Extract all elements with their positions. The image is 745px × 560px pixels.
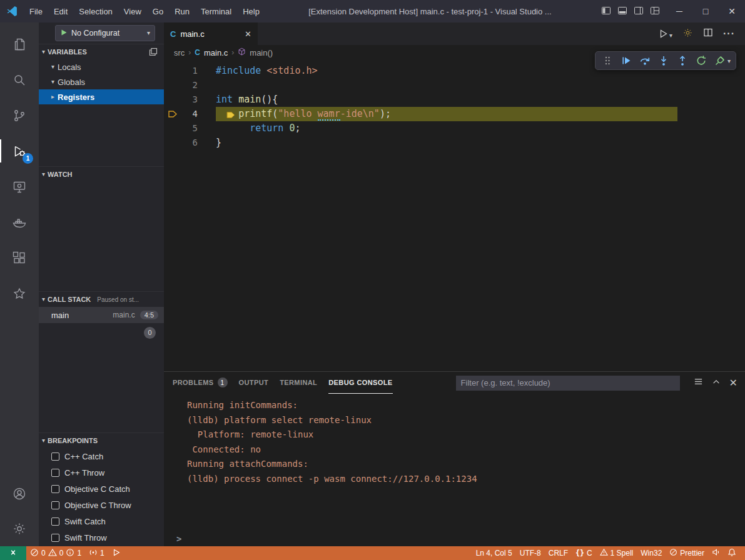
menu-view[interactable]: View: [118, 0, 147, 22]
extensions-icon[interactable]: [0, 240, 39, 276]
toggle-secondary-sidebar-icon[interactable]: [634, 6, 644, 18]
docker-icon[interactable]: [0, 204, 39, 240]
stack-frame-row[interactable]: main main.c 4:5: [39, 307, 164, 323]
variables-scope-locals[interactable]: ▾ Locals: [39, 59, 164, 74]
run-or-debug-icon[interactable]: ▾: [659, 29, 672, 39]
customize-layout-icon[interactable]: [650, 6, 660, 18]
info-icon: [66, 548, 74, 559]
menu-file[interactable]: File: [24, 0, 48, 22]
tab-problems[interactable]: PROBLEMS 1: [173, 372, 228, 394]
code-token: main: [238, 94, 261, 105]
encoding-indicator[interactable]: UTF-8: [516, 546, 545, 560]
platform-indicator[interactable]: Win32: [637, 546, 666, 560]
breakpoint-item[interactable]: C++ Throw: [39, 464, 164, 481]
breadcrumb-folder[interactable]: src: [174, 48, 185, 58]
restart-icon[interactable]: [692, 52, 710, 69]
variables-scope-globals[interactable]: ▾ Globals: [39, 74, 164, 89]
language-mode[interactable]: {} C: [572, 546, 596, 560]
start-debugging-icon[interactable]: [60, 29, 68, 38]
menu-edit[interactable]: Edit: [48, 0, 73, 22]
split-editor-icon[interactable]: [703, 28, 713, 40]
step-out-icon[interactable]: [674, 52, 691, 69]
breakpoint-checkbox[interactable]: [51, 485, 59, 493]
breakpoint-item[interactable]: Swift Throw: [39, 529, 164, 546]
remote-indicator[interactable]: [0, 546, 26, 560]
breakpoint-checkbox[interactable]: [51, 518, 59, 526]
toolchain-settings-icon[interactable]: [682, 28, 693, 41]
maximize-button[interactable]: □: [692, 0, 719, 22]
chevron-down-icon[interactable]: ▾: [727, 58, 732, 64]
code-token: (){: [261, 94, 278, 105]
tab-terminal[interactable]: TERMINAL: [280, 372, 317, 394]
menu-go[interactable]: Go: [147, 0, 169, 22]
ports-status[interactable]: 1: [85, 546, 108, 560]
breakpoint-item[interactable]: C++ Catch: [39, 448, 164, 464]
breadcrumb-file[interactable]: main.c: [204, 48, 228, 58]
collapse-all-icon[interactable]: [694, 377, 703, 389]
console-filter-input[interactable]: [456, 376, 680, 391]
layout-controls: [595, 6, 666, 18]
run-and-debug-icon[interactable]: 1: [0, 133, 39, 169]
breadcrumb-symbol[interactable]: main(): [250, 48, 273, 58]
menu-help[interactable]: Help: [237, 0, 265, 22]
accounts-icon[interactable]: [0, 476, 39, 511]
minimize-button[interactable]: ─: [666, 0, 692, 22]
code-line[interactable]: 6}: [164, 136, 745, 150]
formatter-status[interactable]: Prettier: [666, 546, 708, 560]
menu-terminal[interactable]: Terminal: [195, 0, 237, 22]
code-line[interactable]: 4 printf("hello wamr-ide\n");: [164, 107, 745, 121]
code-editor[interactable]: 1#include <stdio.h>23int main(){4 printf…: [164, 60, 745, 371]
debug-console-input[interactable]: >: [164, 531, 745, 546]
step-into-icon[interactable]: [655, 52, 672, 69]
menu-run[interactable]: Run: [169, 0, 195, 22]
breakpoint-checkbox[interactable]: [51, 501, 59, 509]
tab-main-c[interactable]: C main.c ✕: [164, 22, 258, 45]
close-panel-icon[interactable]: ✕: [729, 377, 737, 389]
menu-selection[interactable]: Selection: [73, 0, 118, 22]
breakpoint-checkbox[interactable]: [51, 469, 59, 477]
debug-console-output[interactable]: Running initCommands:(lldb) platform sel…: [164, 394, 745, 531]
disconnect-icon[interactable]: [711, 52, 729, 69]
variables-section-header[interactable]: ▾ VARIABLES: [39, 44, 164, 59]
open-panel-icon[interactable]: [149, 48, 158, 56]
breakpoint-item[interactable]: Objective C Throw: [39, 497, 164, 513]
debug-status[interactable]: [108, 546, 124, 560]
code-line[interactable]: 5 return 0;: [164, 121, 745, 136]
source-control-icon[interactable]: [0, 98, 39, 133]
variables-scope-registers[interactable]: ▸ Registers: [39, 89, 164, 104]
settings-gear-icon[interactable]: [0, 511, 39, 546]
continue-icon[interactable]: [617, 52, 635, 69]
breakpoint-item[interactable]: Swift Catch: [39, 513, 164, 529]
explorer-icon[interactable]: [0, 26, 39, 62]
step-over-icon[interactable]: [636, 52, 654, 69]
close-tab-icon[interactable]: ✕: [245, 29, 251, 39]
notifications-status[interactable]: [724, 546, 740, 560]
cursor-position[interactable]: Ln 4, Col 5: [472, 546, 516, 560]
toolbar-drag-handle[interactable]: [599, 52, 616, 69]
search-icon[interactable]: [0, 62, 39, 98]
code-line[interactable]: 3int main(){: [164, 92, 745, 107]
tab-debug-console[interactable]: DEBUG CONSOLE: [328, 372, 392, 394]
call-stack-section-header[interactable]: ▾ CALL STACK Paused on st...: [39, 292, 164, 307]
close-button[interactable]: ✕: [719, 0, 745, 22]
star-icon[interactable]: [0, 276, 39, 311]
remote-explorer-icon[interactable]: [0, 169, 39, 204]
breakpoint-checkbox[interactable]: [51, 452, 59, 461]
line-number: 5: [181, 121, 198, 136]
launch-configuration-dropdown[interactable]: No Configurat ▾: [55, 25, 155, 41]
spell-checker-status[interactable]: 1 Spell: [596, 546, 637, 560]
watch-section-header[interactable]: ▾ WATCH: [39, 167, 164, 182]
breakpoint-checkbox[interactable]: [51, 534, 59, 542]
maximize-panel-icon[interactable]: [712, 378, 721, 389]
announcement-status[interactable]: [708, 546, 724, 560]
breakpoint-item[interactable]: Objective C Catch: [39, 481, 164, 497]
more-actions-icon[interactable]: ···: [723, 28, 735, 39]
toggle-sidebar-icon[interactable]: [601, 6, 611, 18]
toggle-panel-icon[interactable]: [617, 6, 627, 18]
diagnostics-status[interactable]: 0 0 1: [26, 546, 85, 560]
code-line[interactable]: 2: [164, 78, 745, 92]
tab-output[interactable]: OUTPUT: [239, 372, 269, 394]
eol-indicator[interactable]: CRLF: [545, 546, 572, 560]
chevron-down-icon: ▾: [42, 438, 45, 444]
breakpoints-section-header[interactable]: ▾ BREAKPOINTS: [39, 433, 164, 448]
